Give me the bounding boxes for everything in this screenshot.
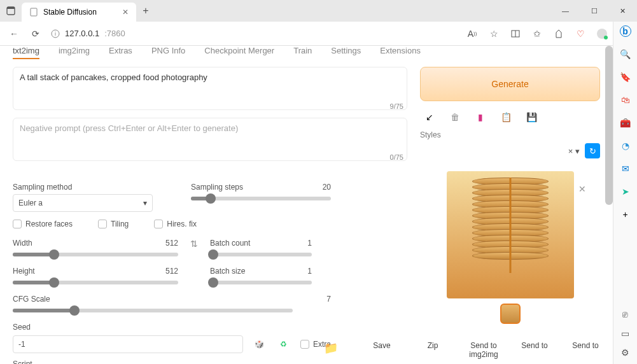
tab-img2img[interactable]: img2img: [59, 46, 90, 59]
open-folder-icon[interactable]: 📁: [305, 341, 356, 359]
page-icon: [29, 8, 38, 17]
send-inpaint-button[interactable]: Send to: [509, 341, 560, 359]
app-content: txt2img img2img Extras PNG Info Checkpoi…: [0, 46, 613, 364]
negative-prompt-input[interactable]: [13, 118, 407, 161]
batch-count-slider[interactable]: [210, 253, 312, 256]
tab-checkpoint-merger[interactable]: Checkpoint Merger: [204, 46, 274, 59]
favorite-icon[interactable]: ☆: [488, 28, 500, 39]
width-value: 512: [165, 239, 178, 248]
app-tabs: txt2img img2img Extras PNG Info Checkpoi…: [0, 46, 613, 67]
url-field[interactable]: i 127.0.0.1:7860: [51, 29, 458, 38]
output-image[interactable]: [447, 171, 574, 298]
send-img2img-button[interactable]: Send to img2img: [458, 341, 509, 359]
window-titlebar: Stable Diffusion ✕ + — ☐ ✕: [0, 0, 637, 22]
back-button[interactable]: ←: [8, 27, 20, 40]
close-tab-icon[interactable]: ✕: [122, 8, 129, 17]
outlook-icon[interactable]: ✉: [620, 163, 631, 174]
tiling-checkbox[interactable]: Tiling: [98, 220, 129, 228]
dice-icon[interactable]: 🎲: [252, 337, 267, 352]
sampling-steps-label: Sampling steps: [191, 183, 243, 192]
sampling-steps-slider[interactable]: [191, 197, 331, 200]
save-disk-icon[interactable]: 💾: [526, 111, 537, 123]
neg-prompt-counter: 0/75: [390, 153, 403, 161]
swap-dims-icon[interactable]: ⇅: [185, 239, 204, 249]
cfg-label: CFG Scale: [13, 295, 50, 304]
svg-text:i: i: [55, 31, 56, 37]
tab-settings[interactable]: Settings: [331, 46, 361, 59]
styles-refresh-icon[interactable]: ↻: [585, 143, 600, 158]
bing-icon[interactable]: b: [620, 25, 631, 37]
generate-button[interactable]: Generate: [420, 67, 600, 101]
tab-extensions[interactable]: Extensions: [380, 46, 421, 59]
svg-rect-2: [31, 8, 37, 16]
performance-icon[interactable]: ♡: [575, 28, 586, 39]
url-host: 127.0.0.1: [65, 29, 99, 38]
send-row: 📁 Save Zip Send to img2img Send to Send …: [305, 336, 611, 364]
restore-faces-checkbox[interactable]: Restore faces: [13, 220, 73, 228]
height-value: 512: [165, 267, 178, 276]
refresh-button[interactable]: ⟳: [29, 27, 42, 40]
tab-extras[interactable]: Extras: [109, 46, 132, 59]
shopping-icon[interactable]: 🛍: [620, 94, 631, 106]
tools-icon[interactable]: 🧰: [620, 117, 631, 129]
zip-button[interactable]: Zip: [407, 341, 458, 359]
seed-input[interactable]: [13, 335, 243, 353]
maximize-button[interactable]: ☐: [580, 0, 608, 22]
reader-icon[interactable]: ▭: [621, 328, 629, 339]
hires-fix-checkbox[interactable]: Hires. fix: [154, 220, 197, 228]
clipboard-icon[interactable]: 📋: [500, 111, 512, 123]
batch-size-slider[interactable]: [210, 281, 312, 284]
height-label: Height: [13, 267, 35, 276]
tab-title: Stable Diffusion: [43, 8, 97, 17]
recycle-icon[interactable]: ♻: [276, 337, 291, 352]
output-thumbnail[interactable]: [500, 304, 521, 324]
search-icon[interactable]: 🔍: [620, 48, 631, 60]
close-preview-icon[interactable]: ✕: [578, 184, 586, 194]
extensions-icon[interactable]: [553, 28, 564, 39]
browser-tab[interactable]: Stable Diffusion ✕: [22, 3, 136, 22]
sampling-method-select[interactable]: Euler a ▾: [13, 194, 153, 212]
tag-icon[interactable]: 🔖: [620, 71, 631, 83]
trash-icon[interactable]: 🗑: [449, 111, 461, 123]
info-icon: i: [51, 29, 60, 38]
favorites-bar-icon[interactable]: ✩: [531, 28, 543, 39]
bookmark-icon[interactable]: ▮: [475, 111, 486, 123]
batch-size-value: 1: [307, 267, 312, 276]
cfg-value: 7: [326, 295, 331, 304]
tab-train[interactable]: Train: [293, 46, 312, 59]
settings-icon[interactable]: ⚙: [621, 347, 629, 358]
address-bar: ← ⟳ i 127.0.0.1:7860 A)) ☆ ✩ ♡ ⋯: [0, 22, 637, 46]
games-icon[interactable]: ◔: [620, 140, 631, 151]
arrow-icon[interactable]: ↙: [424, 111, 435, 123]
add-sidebar-icon[interactable]: +: [620, 209, 631, 220]
send-icon[interactable]: ➤: [620, 186, 631, 197]
width-slider[interactable]: [13, 253, 178, 256]
chevron-down-icon: ▾: [143, 199, 147, 207]
send-extras-button[interactable]: Send to: [560, 341, 611, 359]
minimize-button[interactable]: —: [551, 0, 580, 22]
seed-label: Seed: [13, 323, 331, 332]
tab-strip-icon[interactable]: [0, 6, 22, 15]
cast-icon[interactable]: ⎚: [622, 309, 627, 319]
sampling-method-label: Sampling method: [13, 183, 153, 192]
batch-size-label: Batch size: [210, 267, 245, 276]
svg-rect-1: [7, 7, 15, 9]
profile-icon[interactable]: [596, 28, 608, 39]
height-slider[interactable]: [13, 281, 178, 284]
cfg-slider[interactable]: [13, 309, 293, 312]
width-label: Width: [13, 239, 32, 248]
collections-icon[interactable]: [510, 28, 521, 39]
url-port: :7860: [104, 29, 125, 38]
prompt-input[interactable]: [13, 67, 407, 110]
read-aloud-icon[interactable]: A)): [466, 28, 478, 39]
close-window-button[interactable]: ✕: [608, 0, 637, 22]
new-tab-button[interactable]: +: [136, 5, 155, 17]
styles-clear-icon[interactable]: × ▾: [568, 146, 580, 156]
styles-label: Styles: [420, 130, 600, 139]
tab-pnginfo[interactable]: PNG Info: [151, 46, 185, 59]
batch-count-label: Batch count: [210, 239, 250, 248]
sampling-steps-value: 20: [323, 183, 331, 192]
tab-txt2img[interactable]: txt2img: [13, 46, 39, 59]
save-button[interactable]: Save: [356, 341, 407, 359]
vertical-scrollbar[interactable]: [605, 46, 613, 205]
